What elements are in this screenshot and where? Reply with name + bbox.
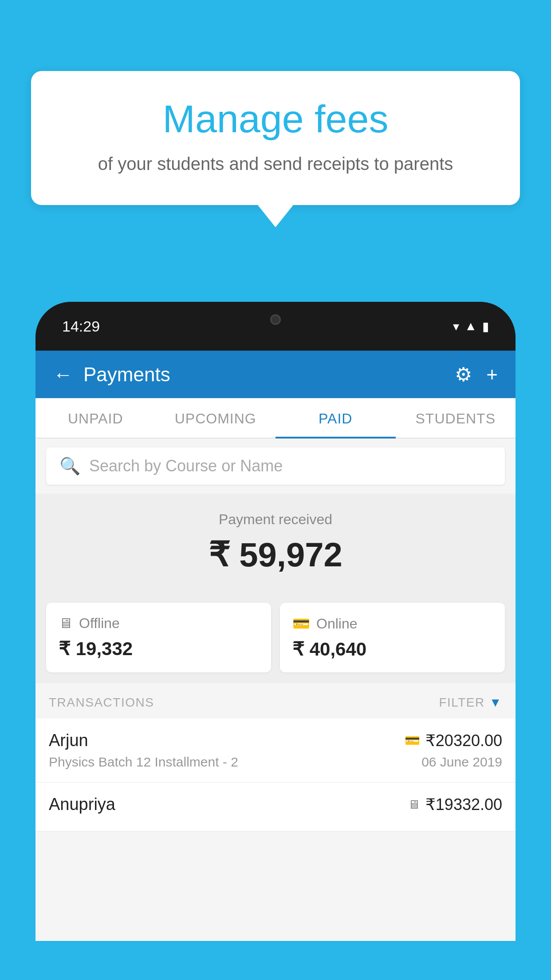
tabs-bar: UNPAID UPCOMING PAID STUDENTS (35, 398, 516, 439)
offline-card-header: 🖥 Offline (59, 615, 259, 632)
speech-bubble-arrow (258, 205, 293, 227)
transaction-row[interactable]: Arjun 💳 ₹20320.00 Physics Batch 12 Insta… (35, 719, 516, 782)
settings-icon[interactable]: ⚙ (455, 363, 472, 386)
payment-cards: 🖥 Offline ₹ 19,332 💳 Online ₹ 40,640 (35, 592, 516, 683)
transaction-amount-wrap-2: 🖥 ₹19332.00 (408, 795, 502, 814)
transaction-row-top-2: Anupriya 🖥 ₹19332.00 (49, 795, 502, 814)
online-label: Online (316, 616, 358, 632)
add-icon[interactable]: + (486, 364, 498, 386)
tab-unpaid[interactable]: UNPAID (35, 398, 156, 438)
offline-card: 🖥 Offline ₹ 19,332 (46, 603, 271, 672)
filter-text: FILTER (439, 695, 484, 710)
speech-bubble: Manage fees of your students and send re… (31, 71, 520, 205)
offline-amount: ₹ 19,332 (59, 638, 259, 660)
speech-bubble-container: Manage fees of your students and send re… (31, 71, 520, 227)
header-right: ⚙ + (455, 363, 498, 386)
payment-received-label: Payment received (35, 511, 516, 528)
tab-upcoming[interactable]: UPCOMING (156, 398, 276, 438)
tab-students[interactable]: STUDENTS (396, 398, 516, 438)
wifi-icon: ▾ (453, 319, 459, 334)
phone-frame: 14:29 ▾ ▲ ▮ ← Payments ⚙ + (35, 302, 516, 941)
transaction-payment-icon-online: 💳 (405, 733, 420, 748)
payment-received-section: Payment received ₹ 59,972 (35, 494, 516, 592)
transaction-amount-2: ₹19332.00 (425, 795, 502, 814)
signal-icon: ▲ (464, 319, 477, 333)
transaction-row-2[interactable]: Anupriya 🖥 ₹19332.00 (35, 782, 516, 831)
filter-icon: ▼ (489, 695, 502, 710)
status-time: 14:29 (62, 318, 100, 335)
offline-label: Offline (79, 615, 120, 632)
online-amount: ₹ 40,640 (292, 638, 492, 660)
transactions-header: TRANSACTIONS FILTER ▼ (35, 683, 516, 719)
transaction-name: Arjun (49, 731, 88, 750)
transaction-row-top: Arjun 💳 ₹20320.00 (49, 731, 502, 750)
header-left: ← Payments (53, 364, 170, 386)
transaction-amount-wrap: 💳 ₹20320.00 (405, 731, 502, 750)
payment-received-amount: ₹ 59,972 (35, 535, 516, 574)
transaction-amount: ₹20320.00 (425, 731, 502, 750)
transactions-label: TRANSACTIONS (49, 695, 154, 710)
offline-icon: 🖥 (59, 615, 73, 632)
app-header: ← Payments ⚙ + (35, 351, 516, 398)
speech-bubble-title: Manage fees (67, 98, 484, 141)
header-title: Payments (83, 364, 170, 386)
status-icons: ▾ ▲ ▮ (453, 319, 489, 334)
transaction-payment-icon-offline: 🖥 (408, 797, 420, 812)
phone-container: 14:29 ▾ ▲ ▮ ← Payments ⚙ + (35, 302, 516, 980)
phone-notch (244, 302, 307, 337)
tab-paid[interactable]: PAID (276, 398, 396, 438)
online-card-header: 💳 Online (292, 615, 492, 632)
app-screen: ← Payments ⚙ + UNPAID UPCOMING PAID STUD… (35, 351, 516, 941)
transaction-name-2: Anupriya (49, 795, 115, 814)
speech-bubble-subtitle: of your students and send receipts to pa… (67, 151, 484, 176)
phone-camera (270, 314, 281, 325)
back-button[interactable]: ← (53, 365, 73, 384)
search-container[interactable]: 🔍 Search by Course or Name (46, 447, 505, 485)
battery-icon: ▮ (482, 319, 489, 334)
search-placeholder: Search by Course or Name (89, 457, 283, 475)
transaction-date: 06 June 2019 (421, 755, 502, 770)
search-icon: 🔍 (59, 456, 80, 476)
filter-button[interactable]: FILTER ▼ (439, 695, 502, 710)
online-icon: 💳 (292, 615, 310, 632)
transaction-desc: Physics Batch 12 Installment - 2 (49, 755, 238, 770)
online-card: 💳 Online ₹ 40,640 (280, 603, 505, 672)
transaction-row-bottom: Physics Batch 12 Installment - 2 06 June… (49, 755, 502, 770)
status-bar: 14:29 ▾ ▲ ▮ (35, 302, 516, 351)
